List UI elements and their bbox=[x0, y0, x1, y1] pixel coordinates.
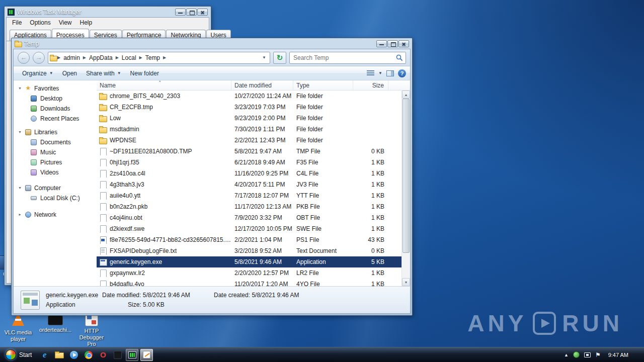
file-row[interactable]: d2kiexdf.swe 12/17/2020 10:05 PM SWE Fil… bbox=[97, 223, 401, 234]
scroll-down-icon[interactable]: ▼ bbox=[402, 278, 410, 286]
breadcrumb-local[interactable]: Local bbox=[119, 54, 139, 62]
file-row[interactable]: gxpaynwx.lr2 2/20/2020 12:57 PM LR2 File… bbox=[97, 267, 401, 279]
explorer-titlebar[interactable]: Temp bbox=[13, 38, 411, 49]
new-folder-button[interactable]: New folder bbox=[126, 68, 164, 79]
favorites-star-icon bbox=[25, 85, 32, 92]
minimize-button[interactable] bbox=[376, 40, 387, 47]
file-row[interactable]: FXSAPIDebugLogFile.txt 3/2/2018 9:52 AM … bbox=[97, 245, 401, 256]
menu-help[interactable]: Help bbox=[76, 19, 96, 27]
desktop-icon-vlc[interactable]: VLC media player bbox=[0, 312, 36, 342]
sidebar-network[interactable]: ▸ Network bbox=[14, 209, 97, 220]
scrollbar-thumb[interactable] bbox=[403, 99, 410, 253]
file-row[interactable]: CR_E2CFB.tmp 3/23/2019 7:03 PM File fold… bbox=[97, 102, 401, 113]
organize-button[interactable]: Organize ▼ bbox=[18, 68, 58, 79]
taskbar-windows-explorer[interactable] bbox=[53, 349, 65, 361]
back-button[interactable]: ← bbox=[18, 52, 30, 64]
column-header-name[interactable]: Name ▲ bbox=[97, 80, 231, 90]
desktop-icon bbox=[30, 95, 37, 102]
forward-button[interactable]: → bbox=[33, 52, 45, 64]
close-button[interactable] bbox=[197, 9, 208, 16]
file-row[interactable]: 0hjl1qrj.f35 6/21/2018 9:49 AM F35 File … bbox=[97, 157, 401, 168]
sidebar-item-desktop[interactable]: Desktop bbox=[14, 94, 97, 104]
file-row[interactable]: c4oj4inu.obt 7/9/2020 3:32 PM OBT File 1… bbox=[97, 212, 401, 223]
sidebar-item-videos[interactable]: Videos bbox=[14, 167, 97, 177]
address-bar[interactable]: ▶ admin ▶ AppData ▶ Local ▶ Temp ▶ ▼ bbox=[48, 52, 270, 64]
column-header-type[interactable]: Type bbox=[293, 80, 353, 90]
search-input[interactable] bbox=[292, 54, 396, 62]
menu-view[interactable]: View bbox=[55, 19, 75, 27]
file-row[interactable]: Low 9/23/2019 2:00 PM File folder bbox=[97, 113, 401, 124]
search-box[interactable] bbox=[289, 52, 406, 64]
show-hidden-icons-chevron[interactable]: ▲ bbox=[564, 352, 569, 357]
file-icon bbox=[99, 192, 107, 200]
expander-icon[interactable]: ▾ bbox=[18, 86, 22, 90]
maximize-button[interactable] bbox=[387, 40, 398, 47]
preview-pane-icon[interactable] bbox=[386, 70, 394, 76]
sidebar-favorites[interactable]: ▾ Favorites bbox=[14, 83, 97, 94]
file-row[interactable]: generic.keygen.exe 5/8/2021 9:46 AM Appl… bbox=[97, 256, 401, 267]
expander-icon[interactable]: ▾ bbox=[18, 186, 22, 190]
menu-file[interactable]: File bbox=[9, 19, 25, 27]
file-row[interactable]: auiie4u0.ytt 7/17/2018 12:07 PM YTT File… bbox=[97, 190, 401, 201]
security-shield-icon[interactable] bbox=[573, 351, 580, 358]
file-row[interactable]: msdtadmin 7/30/2019 1:11 PM File folder bbox=[97, 124, 401, 135]
explorer-window[interactable]: Temp ← → ▶ admin ▶ AppData ▶ Local bbox=[11, 38, 413, 316]
file-row[interactable]: WPDNSE 2/2/2021 12:43 PM File folder bbox=[97, 135, 401, 146]
scroll-up-icon[interactable]: ▲ bbox=[402, 90, 410, 99]
task-manager-titlebar[interactable]: Windows Task Manager bbox=[6, 7, 209, 17]
start-button[interactable]: Start bbox=[1, 347, 36, 362]
taskbar-active-window-button[interactable] bbox=[140, 349, 153, 361]
file-row[interactable]: chrome_BITS_4040_2303 10/27/2020 11:24 A… bbox=[97, 90, 401, 102]
change-view-icon[interactable] bbox=[367, 70, 374, 76]
file-row[interactable]: f8e76255-549d-4771-bb82-cd3265607815.ps1… bbox=[97, 234, 401, 245]
taskbar-clock[interactable]: 9:47 AM bbox=[605, 352, 631, 358]
sidebar-libraries[interactable]: ▾ Libraries bbox=[14, 127, 97, 137]
address-dropdown-icon[interactable]: ▼ bbox=[259, 55, 270, 60]
internet-explorer-icon: e bbox=[43, 350, 47, 360]
menu-options[interactable]: Options bbox=[26, 19, 54, 27]
help-icon[interactable]: ? bbox=[398, 69, 406, 77]
action-center-flag-icon[interactable]: ⚑ bbox=[595, 351, 601, 358]
sidebar-item-local-disk-c[interactable]: Local Disk (C:) bbox=[14, 193, 97, 203]
view-chevron-icon[interactable]: ▼ bbox=[378, 71, 382, 75]
sidebar-item-music[interactable]: Music bbox=[14, 147, 97, 157]
taskbar-dark-app[interactable] bbox=[111, 349, 124, 361]
watermark-text-any: ANY bbox=[467, 310, 527, 337]
breadcrumb-admin[interactable]: admin bbox=[61, 54, 83, 62]
breadcrumb-appdata[interactable]: AppData bbox=[87, 54, 115, 62]
breadcrumb-temp[interactable]: Temp bbox=[143, 54, 163, 62]
vertical-scrollbar[interactable]: ▲ ▼ bbox=[401, 90, 410, 286]
sidebar-computer[interactable]: ▾ Computer bbox=[14, 183, 97, 193]
file-row[interactable]: 4g3thah3.jv3 4/20/2017 5:11 PM JV3 File … bbox=[97, 179, 401, 190]
expander-icon[interactable]: ▸ bbox=[18, 212, 22, 217]
file-row[interactable]: b4dgaflu.4yo 11/20/2017 1:20 AM 4YO File… bbox=[97, 279, 401, 286]
column-header-date-modified[interactable]: Date modified bbox=[231, 80, 293, 90]
task-manager-menubar: File Options View Help bbox=[7, 18, 209, 28]
scrollbar-track[interactable] bbox=[402, 99, 410, 278]
close-button[interactable] bbox=[398, 40, 409, 47]
file-rows: chrome_BITS_4040_2303 10/27/2020 11:24 A… bbox=[97, 90, 410, 286]
file-row[interactable]: b0n2az2n.pkb 11/17/2020 12:13 AM PKB Fil… bbox=[97, 201, 401, 212]
sidebar-item-documents[interactable]: Documents bbox=[14, 137, 97, 147]
taskbar-task-manager-button[interactable] bbox=[126, 349, 138, 361]
sidebar-item-recent-places[interactable]: Recent Places bbox=[14, 114, 97, 124]
opera-icon: O bbox=[100, 350, 106, 359]
taskbar-chrome[interactable] bbox=[82, 349, 95, 361]
minimize-button[interactable] bbox=[175, 9, 186, 16]
network-status-icon[interactable] bbox=[584, 352, 591, 357]
refresh-button[interactable]: ↻ bbox=[273, 52, 286, 64]
taskbar-media-player[interactable] bbox=[67, 349, 80, 361]
file-row[interactable]: 2zs410oa.c4l 11/16/2020 9:25 PM C4L File… bbox=[97, 168, 401, 179]
maximize-button[interactable] bbox=[186, 9, 197, 16]
desktop-icon-http-debugger[interactable]: HTTP Debugger Pro bbox=[75, 312, 108, 347]
sidebar-item-pictures[interactable]: Pictures bbox=[14, 157, 97, 167]
open-button[interactable]: Open bbox=[58, 68, 82, 79]
sidebar-item-downloads[interactable]: Downloads bbox=[14, 104, 97, 114]
column-header-size[interactable]: Size bbox=[353, 80, 388, 90]
taskbar-opera[interactable]: O bbox=[97, 349, 109, 361]
file-row[interactable]: ~DF1911EE0281A0800D.TMP 5/8/2021 9:47 AM… bbox=[97, 146, 401, 157]
taskbar-internet-explorer[interactable]: e bbox=[38, 349, 51, 361]
share-with-button[interactable]: Share with ▼ bbox=[82, 68, 126, 79]
search-icon[interactable] bbox=[396, 54, 403, 61]
expander-icon[interactable]: ▾ bbox=[18, 130, 22, 134]
